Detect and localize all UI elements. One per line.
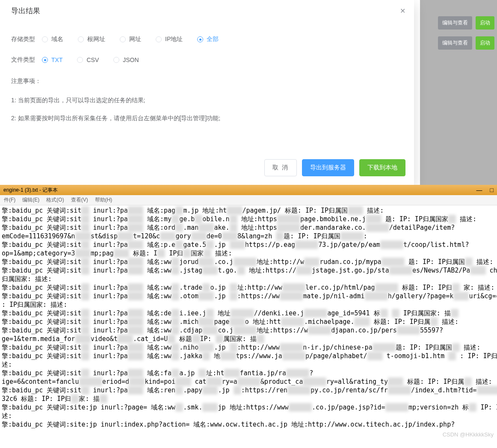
notepad-line: 述: xyxy=(2,360,495,369)
menu-file[interactable]: 件(F) xyxy=(3,196,17,204)
notepad-window: engine-1 (3).txt - 记事本 — □ 件(F) 编辑(E) 格式… xyxy=(0,185,497,448)
storage-type-label: 存储类型 xyxy=(11,36,42,43)
radio-txt[interactable]: TXT xyxy=(42,56,62,63)
radio-circle-icon xyxy=(78,36,84,42)
launch-button-1[interactable]: 启动 xyxy=(476,16,494,30)
dialog-title: 导出结果 xyxy=(11,6,40,16)
notepad-line: : IP归属国家: 描述: xyxy=(2,300,495,309)
notepad-content[interactable]: 擎:baidu_pc 关键词:sitxx inurl:?paxxxx 域名:pa… xyxy=(0,205,497,430)
notepad-line: 擎:baidu_pc 关键词:sitxx inurl:?paxxxx 域名:pa… xyxy=(2,206,495,215)
menu-edit[interactable]: 编辑(E) xyxy=(21,196,41,204)
notepad-line: 擎:baidu_pc 关键词:sitxx inurl:?paxxxx 域名:ww… xyxy=(2,343,495,352)
storage-type-radio-group: 域名 根网址 网址 IP地址 全部 xyxy=(42,36,219,43)
radio-json[interactable]: JSON xyxy=(113,56,139,63)
export-server-button[interactable]: 导出到服务器 xyxy=(302,159,354,176)
notepad-line: 擎:baidu_pc 关键词:sitxx inurl:?paxxxx 域名:ww… xyxy=(2,352,495,360)
radio-label: 域名 xyxy=(51,36,63,43)
edit-view-button-2[interactable]: 编辑与查看 xyxy=(438,36,472,50)
window-controls: — □ xyxy=(476,187,494,193)
radio-circle-icon xyxy=(156,36,162,42)
radio-label: TXT xyxy=(51,56,62,63)
radio-csv[interactable]: CSV xyxy=(77,56,99,63)
file-type-row: 文件类型 TXT CSV JSON xyxy=(11,56,403,64)
radio-label: JSON xyxy=(123,56,139,63)
launch-button-2[interactable]: 启动 xyxy=(476,36,494,50)
watermark: CSDN @HKkkkkSky xyxy=(443,431,494,438)
notepad-line: 擎:baidu_pc 关键词:sitxx inurl:?paxxxx 域名:ww… xyxy=(2,326,495,335)
notepad-line: 擎:baidu_pc 关键词:sitxx inurl:?paxxxx 域名:ww… xyxy=(2,317,495,326)
radio-ip[interactable]: IP地址 xyxy=(156,36,183,43)
close-icon: ✕ xyxy=(400,7,405,15)
radio-circle-icon xyxy=(42,36,48,42)
background-panel: 编辑与查看 启动 编辑与查看 启动 xyxy=(420,0,497,185)
notepad-line: emCode=1116319697&nxxxxst&dispxxxxt=120&… xyxy=(2,232,495,240)
notepad-line: 擎:baidu_pc 关键词:sitxx inurl:?paxxxx 域名:or… xyxy=(2,223,495,232)
notepad-line: ge=1&term.media_forxxxxvideo&txxxx.cat_i… xyxy=(2,335,495,343)
radio-circle-icon xyxy=(77,57,83,63)
notes-heading: 注意事项： xyxy=(11,77,403,85)
notepad-title-text: engine-1 (3).txt - 记事本 xyxy=(3,187,58,194)
radio-all[interactable]: 全部 xyxy=(197,36,219,43)
notepad-line: 擎:baidu_pc 关键词:sitxx inurl:?paxxxx 域名:de… xyxy=(2,309,495,317)
radio-label: 根网址 xyxy=(87,36,105,43)
notepad-titlebar[interactable]: engine-1 (3).txt - 记事本 — □ xyxy=(0,185,497,195)
notepad-line: 擎:baidu_pc 关键词:sitxx inurl:?paxxxx 域名:my… xyxy=(2,215,495,223)
notepad-line: 擎:baidu_pc 关键词:sitxx inurl:?paxxxx 域名:ww… xyxy=(2,283,495,292)
dialog-header: 导出结果 ✕ xyxy=(0,0,414,16)
radio-circle-icon xyxy=(113,57,119,63)
maximize-icon[interactable]: □ xyxy=(490,187,494,193)
notepad-line: 擎:baidu_pc 关键词:site:jp inurl:index.php?a… xyxy=(2,420,495,429)
cancel-button[interactable]: 取 消 xyxy=(264,159,297,176)
radio-domain[interactable]: 域名 xyxy=(42,36,63,43)
notepad-line: 擎:baidu_pc 关键词:sitxx inurl:?paxxxx 域名:ww… xyxy=(2,258,495,266)
notepad-line: 擎:baidu_pc 关键词:sitxx inurl:?paxxxx 域名:re… xyxy=(2,386,495,395)
notepad-line: 归属国家: 描述: xyxy=(2,275,495,283)
radio-circle-icon xyxy=(197,36,203,42)
radio-root-url[interactable]: 根网址 xyxy=(78,36,105,43)
minimize-icon[interactable]: — xyxy=(476,187,482,193)
bg-row-1: 编辑与查看 启动 xyxy=(420,13,497,33)
dialog-body: 存储类型 域名 根网址 网址 IP地址 全部 文件类型 TXT CSV JSON… xyxy=(0,16,414,154)
notepad-line: 擎:baidu_pc 关键词:site:jp inurl:?page= 域名:w… xyxy=(2,403,495,412)
menu-help[interactable]: 帮助(H) xyxy=(94,196,114,204)
note-1: 1: 当前页面的导出，只可以导出选定的任务的结果; xyxy=(11,95,403,105)
radio-circle-icon xyxy=(42,57,48,63)
radio-label: 全部 xyxy=(207,36,219,43)
notepad-line: 32c6 标题: IP: IP归xx家: 描xx xyxy=(2,395,495,403)
notepad-line: 擎:baidu_pc 关键词:sitxx inurl:?paxxxx 域名:ww… xyxy=(2,266,495,275)
notepad-line: ige=6&content=fancluxxxxxxeriod=dxxxxkin… xyxy=(2,377,495,386)
file-type-radio-group: TXT CSV JSON xyxy=(42,56,139,63)
note-2: 2: 如果需要按时间导出所有采集任务，请使用后台左侧菜单中的[导出管理]功能; xyxy=(11,113,403,123)
radio-label: CSV xyxy=(86,56,99,63)
storage-type-row: 存储类型 域名 根网址 网址 IP地址 全部 xyxy=(11,36,403,43)
notepad-line: 擎:baidu_pc 关键词:sitxx inurl:?paxxxx 域名:p.… xyxy=(2,240,495,249)
menu-format[interactable]: 格式(O) xyxy=(45,196,65,204)
edit-view-button-1[interactable]: 编辑与查看 xyxy=(438,16,472,30)
menu-view[interactable]: 查看(V) xyxy=(70,196,89,204)
radio-url[interactable]: 网址 xyxy=(120,36,141,43)
notepad-line: 擎:baidu_pc 关键词:sitxx inurl:?paxxxx 域名:ww… xyxy=(2,292,495,300)
dialog-close-button[interactable]: ✕ xyxy=(400,7,405,15)
notepad-menubar: 件(F) 编辑(E) 格式(O) 查看(V) 帮助(H) xyxy=(0,195,497,205)
dialog-footer: 取 消 导出到服务器 下载到本地 xyxy=(0,154,414,185)
file-type-label: 文件类型 xyxy=(11,56,42,64)
export-dialog: 导出结果 ✕ 存储类型 域名 根网址 网址 IP地址 全部 文件类型 TXT C… xyxy=(0,0,414,185)
notepad-line: 述: xyxy=(2,412,495,420)
bg-row-2: 编辑与查看 启动 xyxy=(420,33,497,53)
radio-circle-icon xyxy=(120,36,126,42)
radio-label: IP地址 xyxy=(165,36,183,43)
radio-label: 网址 xyxy=(129,36,141,43)
download-local-button[interactable]: 下载到本地 xyxy=(359,159,405,176)
notepad-line: 擎:baidu_pc 关键词:sitxx inurl:?paxxxx 域名:fa… xyxy=(2,369,495,377)
notepad-line: op=1&amp;category=3xxxxmp;pagxxxx 标题: Ix… xyxy=(2,249,495,258)
